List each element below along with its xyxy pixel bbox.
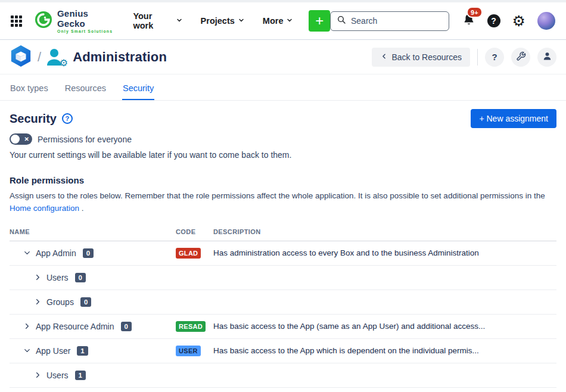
settings-note: Your current settings will be available … <box>10 150 556 160</box>
bell-icon <box>462 18 475 28</box>
back-to-resources-button[interactable]: Back to Resources <box>372 48 471 67</box>
help-button[interactable]: ? <box>487 14 500 27</box>
administration-icon: ⚙ <box>46 48 67 66</box>
row-expander[interactable]: App Resource Admin 0 <box>10 322 176 331</box>
table-row: App Admin 0 GLAD Has administration acce… <box>10 241 556 266</box>
header-user-button[interactable] <box>537 48 556 67</box>
search-icon <box>337 15 346 27</box>
nav-your-work[interactable]: Your work <box>133 11 182 30</box>
row-expander[interactable]: App Admin 0 <box>10 248 176 258</box>
app-hexagon-icon[interactable] <box>10 43 32 71</box>
table-row: Groups 0 <box>10 290 556 315</box>
brand-tagline: Only Smart Solutions <box>57 29 117 33</box>
role-permissions-description: Assign users to the roles below. Remembe… <box>10 190 556 215</box>
role-description: Has basic access to the App which is dep… <box>213 346 556 355</box>
chevron-right-icon <box>33 273 42 282</box>
nav-more[interactable]: More <box>263 16 294 26</box>
brand-name: Genius Gecko <box>57 8 117 29</box>
security-panel: Security ? + New assignment ✕ Permission… <box>0 101 566 392</box>
top-navigation: Genius Gecko Only Smart Solutions Your w… <box>0 2 566 40</box>
breadcrumb-separator: / <box>38 49 41 65</box>
code-badge: RESAD <box>176 321 206 332</box>
code-badge: USER <box>176 346 201 356</box>
gecko-logo-icon <box>34 10 53 32</box>
notifications-button[interactable]: 9+ <box>462 13 475 29</box>
count-badge: 1 <box>77 346 88 356</box>
table-row: Groups 0 <box>10 388 556 392</box>
toggle-off-x-icon: ✕ <box>24 136 29 142</box>
create-button[interactable]: + <box>309 10 330 32</box>
table-body: App Admin 0 GLAD Has administration acce… <box>10 241 556 392</box>
header-help-button[interactable]: ? <box>485 48 504 67</box>
role-name: Users <box>46 273 69 282</box>
chevron-down-icon <box>238 16 245 26</box>
column-header-code: CODE <box>176 228 213 235</box>
tab-security[interactable]: Security <box>122 78 154 100</box>
role-name: App Admin <box>36 248 76 258</box>
page-header: / ⚙ Administration Back to Resources ? <box>0 40 566 74</box>
role-permissions-heading: Role permissions <box>10 175 556 185</box>
search-box[interactable] <box>330 11 449 31</box>
app-switcher-icon[interactable] <box>11 15 22 27</box>
count-badge: 0 <box>80 297 91 307</box>
count-badge: 0 <box>121 322 132 331</box>
count-badge: 0 <box>83 248 94 258</box>
chevron-left-icon <box>380 52 388 62</box>
header-divider <box>477 49 478 66</box>
chevron-right-icon <box>23 322 32 331</box>
home-configuration-link[interactable]: Home configuration <box>10 204 79 213</box>
toggle-label: Permissions for everyone <box>38 135 132 144</box>
table-row: App User 1 USER Has basic access to the … <box>10 339 556 363</box>
role-permissions-table: NAME CODE DESCRIPTION App Admin 0 GLAD H… <box>10 228 556 392</box>
nav-projects[interactable]: Projects <box>201 16 245 26</box>
notification-count-badge: 9+ <box>467 7 483 18</box>
user-avatar[interactable] <box>537 12 555 30</box>
row-expander[interactable]: Users 1 <box>10 371 176 380</box>
role-description: Has basic access to the App (same as an … <box>213 322 556 331</box>
security-help-icon[interactable]: ? <box>62 113 73 124</box>
role-name: App User <box>36 346 70 356</box>
permissions-everyone-toggle[interactable]: ✕ <box>10 133 32 145</box>
role-description: Has administration access to every Box a… <box>213 248 556 257</box>
chevron-right-icon <box>33 297 42 306</box>
row-expander[interactable]: App User 1 <box>10 346 176 356</box>
security-heading: Security <box>10 112 57 126</box>
role-name: App Resource Admin <box>36 322 114 331</box>
role-name: Groups <box>46 297 74 307</box>
row-expander[interactable]: Users 0 <box>10 273 176 282</box>
brand-logo[interactable]: Genius Gecko Only Smart Solutions <box>34 8 117 33</box>
tab-bar: Box types Resources Security <box>0 78 566 101</box>
page-title: Administration <box>73 49 167 65</box>
table-row: App Resource Admin 0 RESAD Has basic acc… <box>10 315 556 339</box>
new-assignment-button[interactable]: + New assignment <box>471 109 556 128</box>
person-icon <box>542 51 552 63</box>
chevron-right-icon <box>33 371 42 379</box>
chevron-down-icon <box>23 346 32 355</box>
row-expander[interactable]: Groups 0 <box>10 297 176 307</box>
wrench-icon <box>516 51 526 63</box>
code-badge: GLAD <box>176 248 201 259</box>
table-row: Users 0 <box>10 266 556 290</box>
table-row: Users 1 <box>10 363 556 388</box>
admin-gear-icon: ⚙ <box>60 57 68 69</box>
header-admin-tools-button[interactable] <box>511 48 530 67</box>
tab-box-types[interactable]: Box types <box>10 78 49 100</box>
column-header-description: DESCRIPTION <box>213 228 556 235</box>
table-header: NAME CODE DESCRIPTION <box>10 228 556 241</box>
chevron-down-icon <box>176 16 183 26</box>
chevron-down-icon <box>23 248 32 257</box>
count-badge: 1 <box>75 371 86 380</box>
tab-resources[interactable]: Resources <box>64 78 107 100</box>
chevron-down-icon <box>286 16 293 26</box>
count-badge: 0 <box>75 273 86 282</box>
toggle-knob <box>11 135 20 144</box>
role-name: Users <box>46 371 69 380</box>
column-header-name: NAME <box>10 228 176 235</box>
search-input[interactable] <box>351 16 443 26</box>
settings-gear-icon[interactable]: ⚙ <box>512 14 525 29</box>
